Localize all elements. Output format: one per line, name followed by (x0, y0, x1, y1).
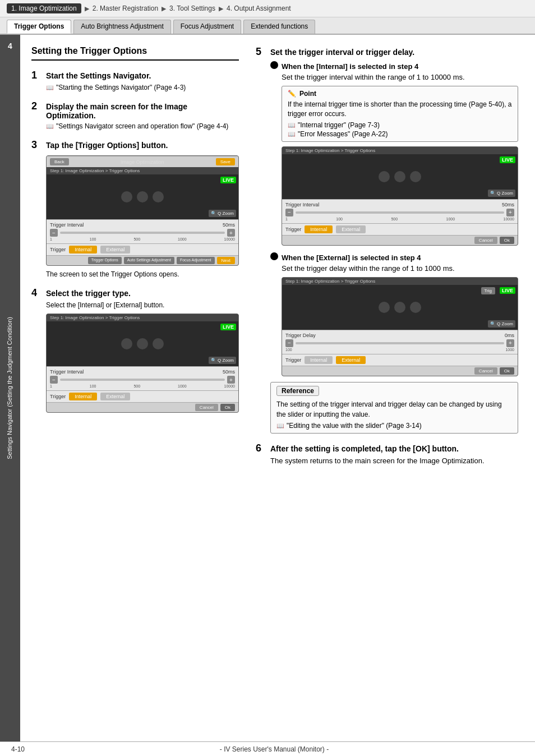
cancel-btn-ext[interactable]: Cancel (474, 367, 497, 375)
int-trigger-row: Trigger Internal External (282, 223, 518, 235)
tab-focus-adjustment[interactable]: Focus Adjustment (173, 20, 241, 34)
book-icon-ref: 📖 (276, 422, 284, 430)
zoom-icon-3: 🔍 (211, 211, 216, 216)
point-box: ✏️ Point If the internal trigger time is… (282, 86, 518, 142)
slider-minus-4[interactable]: − (50, 376, 58, 384)
slider-plus-ext[interactable]: + (506, 339, 514, 347)
dot-int3 (410, 171, 421, 182)
zoom-btn-int[interactable]: 🔍 Q Zoom (488, 190, 515, 197)
page-number: 4-10 (11, 745, 25, 753)
slider-track-3[interactable] (60, 232, 225, 234)
ext-bottom-bar: Cancel Ok (282, 366, 518, 376)
point-text: If the internal trigger time is shorter … (288, 100, 512, 119)
sidebar-text: Settings Navigator (Setting the Judgment… (6, 317, 14, 459)
back-button[interactable]: Back (50, 158, 69, 165)
step6-body: The system returns to the main screen fo… (270, 457, 518, 465)
cancel-btn-int[interactable]: Cancel (474, 237, 497, 244)
step4-slider-marks: 1 100 500 1000 10000 (50, 384, 235, 388)
bullet-internal-title: When the [Internal] is selected in step … (282, 62, 418, 71)
cancel-btn-4[interactable]: Cancel (195, 404, 218, 411)
bullet-dot-external (270, 252, 278, 260)
slider-minus-3[interactable]: − (50, 229, 58, 237)
trigger-interval-value-4: 50ms (223, 369, 235, 375)
zoom-btn-3[interactable]: 🔍 Q Zoom (209, 210, 236, 217)
section-title: Setting the Trigger Options (31, 46, 239, 61)
step3-slider-row: − + (50, 229, 235, 237)
point-ref1: 📖 "Internal trigger" (Page 7-3) (288, 121, 512, 129)
focus-nav[interactable]: Focus Adjustment (177, 257, 215, 264)
external-btn-4[interactable]: External (100, 393, 130, 400)
trigger-interval-value-int: 50ms (502, 202, 514, 208)
internal-screen-body: LIVE 🔍 Q Zoom (282, 154, 518, 199)
slider-minus-ext[interactable]: − (285, 339, 293, 347)
s4-mark-1000: 1000 (178, 384, 187, 388)
s4-mark-1: 1 (50, 384, 52, 388)
step2-title: Display the main screen for the Image Op… (46, 102, 239, 120)
slider-plus-int[interactable]: + (506, 209, 514, 216)
trigger-interval-label-int: Trigger Interval (285, 202, 319, 208)
tab-trigger-options[interactable]: Trigger Options (7, 20, 71, 34)
next-nav[interactable]: Next (217, 257, 235, 264)
ok-btn-int[interactable]: Ok (500, 237, 514, 244)
reference-box: Reference The setting of the trigger int… (270, 382, 518, 434)
dot6 (153, 338, 164, 349)
step1-ref-text: "Starting the Settings Navigator" (Page … (56, 84, 186, 91)
step3-trigger-row: Trigger Internal External (47, 243, 238, 255)
slider-minus-int[interactable]: − (285, 209, 293, 216)
internal-btn-3[interactable]: Internal (69, 246, 97, 253)
live-badge-int: LIVE (500, 156, 515, 163)
breadcrumb-arrow2: ▶ (162, 5, 166, 12)
point-ref1-text: "Internal trigger" (Page 7-3) (298, 121, 380, 129)
slider-plus-3[interactable]: + (227, 229, 235, 237)
trigger-options-nav[interactable]: Trigger Options (88, 257, 122, 264)
step4-screen-title: Step 1: Image Optimization > Trigger Opt… (47, 314, 238, 321)
reference-text: The setting of the trigger interval and … (276, 399, 512, 420)
slider-track-ext[interactable] (296, 342, 504, 344)
step-1: 1 Start the Settings Navigator. 📖 "Start… (31, 70, 239, 91)
screen-preview-3 (121, 191, 164, 202)
trig-btn[interactable]: Trig (481, 287, 495, 294)
auto-settings-nav[interactable]: Auto Settings Adjustment (124, 257, 174, 264)
mark-1000: 1000 (178, 237, 187, 241)
internal-btn-ext[interactable]: Internal (305, 356, 333, 364)
bullet-dot-internal (270, 61, 278, 69)
step4-screen: Step 1: Image Optimization > Trigger Opt… (46, 314, 239, 413)
zoom-icon-int: 🔍 (490, 191, 496, 196)
internal-btn-int[interactable]: Internal (305, 225, 333, 233)
external-btn-ext[interactable]: External (336, 356, 366, 364)
int-bottom-bar: Cancel Ok (282, 235, 518, 245)
trigger-interval-value-3: 50ms (223, 222, 235, 228)
slider-plus-4[interactable]: + (227, 376, 235, 384)
live-badge-ext: LIVE (500, 287, 515, 294)
book-icon-p1: 📖 (288, 122, 296, 129)
tab-bar: Trigger Options Auto Brightness Adjustme… (0, 17, 535, 35)
footer-center: - IV Series User's Manual (Monitor) - (220, 745, 329, 753)
slider-track-4[interactable] (60, 379, 225, 381)
zoom-btn-4[interactable]: 🔍 Q Zoom (209, 357, 236, 364)
zoom-btn-ext[interactable]: 🔍 Q Zoom (488, 320, 515, 328)
step5-title: Set the trigger interval or trigger dela… (270, 48, 414, 57)
step3-num: 3 (31, 139, 43, 151)
external-btn-3[interactable]: External (100, 246, 130, 253)
trigger-row-label-ext: Trigger (285, 357, 301, 363)
step3-slider-marks: 1 100 500 1000 10000 (50, 237, 235, 241)
internal-btn-4[interactable]: Internal (69, 393, 97, 400)
tab-extended-functions[interactable]: Extended functions (243, 20, 315, 34)
zoom-icon-ext: 🔍 (490, 321, 496, 326)
step2-ref: 📖 "Settings Navigator screen and operati… (46, 122, 239, 130)
breadcrumb: 1. Image Optimization ▶ 2. Master Regist… (0, 0, 535, 17)
slider-track-int[interactable] (296, 211, 504, 214)
ok-btn-4[interactable]: Ok (220, 404, 235, 411)
step3-bottom-bar: Trigger Options Auto Settings Adjustment… (47, 255, 238, 265)
save-button[interactable]: Save (216, 158, 235, 165)
breadcrumb-step2: 2. Master Registration (93, 4, 158, 12)
external-btn-int[interactable]: External (336, 225, 366, 233)
live-badge-4: LIVE (220, 324, 236, 330)
ok-btn-ext[interactable]: Ok (500, 367, 514, 375)
book-icon-p2: 📖 (288, 131, 296, 138)
ext-screen-title: Step 1: Image Optimization > Trigger Opt… (282, 278, 518, 285)
point-icon: ✏️ (288, 90, 296, 98)
step4-body: Select the [Internal] or [External] butt… (46, 301, 239, 309)
step4-slider-label: Trigger Interval 50ms (50, 369, 235, 375)
tab-auto-brightness[interactable]: Auto Brightness Adjustment (73, 20, 170, 34)
